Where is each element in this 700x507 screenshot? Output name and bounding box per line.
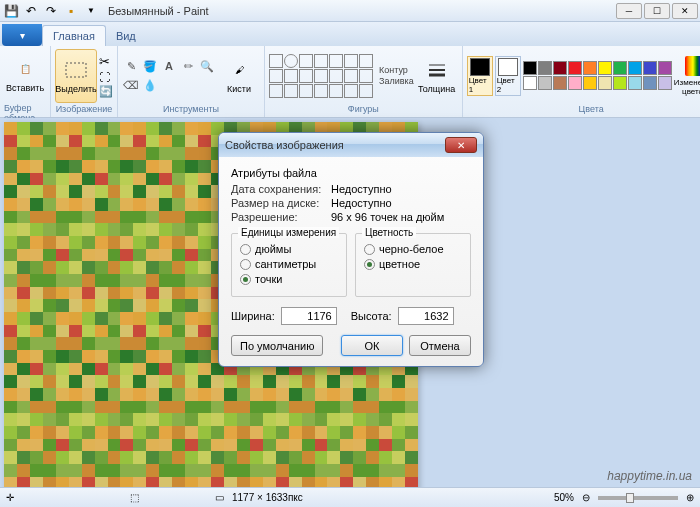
radio-color[interactable]: цветное	[364, 258, 462, 270]
swatch[interactable]	[598, 76, 612, 90]
status-bar: ✛ ⬚ ▭ 1177 × 1633пкс 50% ⊖ ⊕	[0, 487, 700, 507]
saved-value: Недоступно	[331, 183, 392, 195]
qat-dropdown-icon[interactable]: ▼	[82, 2, 100, 20]
panel-label: Изображение	[56, 103, 113, 115]
brushes-button[interactable]: 🖌Кисти	[218, 49, 260, 103]
resolution-value: 96 x 96 точек на дюйм	[331, 211, 444, 223]
paste-icon: 📋	[13, 57, 37, 81]
swatch[interactable]	[568, 61, 582, 75]
select-icon	[64, 58, 88, 82]
minimize-button[interactable]: ─	[616, 3, 642, 19]
shapes-gallery[interactable]	[269, 54, 373, 98]
file-attributes-header: Атрибуты файла	[231, 167, 471, 179]
brush-icon: 🖌	[227, 58, 251, 82]
redo-icon[interactable]: ↷	[42, 2, 60, 20]
qat-icon[interactable]: ▪	[62, 2, 80, 20]
height-label: Высота:	[351, 310, 392, 322]
panel-colors: Цвет 1 Цвет 2 Изменение цветов Цвета	[463, 46, 700, 117]
swatch[interactable]	[658, 76, 672, 90]
thickness-icon	[425, 58, 449, 82]
radio-inches[interactable]: дюймы	[240, 243, 338, 255]
zoom-in-button[interactable]: ⊕	[686, 492, 694, 503]
zoom-out-button[interactable]: ⊖	[582, 492, 590, 503]
color-legend: Цветность	[362, 227, 416, 238]
swatch[interactable]	[538, 76, 552, 90]
swatch[interactable]	[628, 61, 642, 75]
image-properties-dialog: Свойства изображения ✕ Атрибуты файла Да…	[218, 132, 484, 367]
dialog-close-button[interactable]: ✕	[445, 137, 477, 153]
swatch[interactable]	[583, 76, 597, 90]
tools-grid[interactable]: ✎🪣A✏🔍⌫💧	[122, 57, 216, 94]
swatch[interactable]	[628, 76, 642, 90]
radio-cm[interactable]: сантиметры	[240, 258, 338, 270]
fill-option[interactable]: Заливка	[379, 76, 414, 86]
color-palette[interactable]	[523, 61, 672, 90]
swatch[interactable]	[553, 76, 567, 90]
width-input[interactable]	[281, 307, 337, 325]
height-input[interactable]	[398, 307, 454, 325]
disk-label: Размер на диске:	[231, 197, 331, 209]
dialog-title-bar[interactable]: Свойства изображения ✕	[219, 133, 483, 157]
panel-label: Инструменты	[163, 103, 219, 115]
width-label: Ширина:	[231, 310, 275, 322]
saved-label: Дата сохранения:	[231, 183, 331, 195]
panel-shapes: Контур Заливка Толщина Фигуры	[265, 46, 463, 117]
watermark: happytime.in.ua	[607, 469, 692, 483]
color1-button[interactable]: Цвет 1	[467, 56, 493, 96]
units-fieldset: Единицы измерения дюймы сантиметры точки	[231, 233, 347, 297]
outline-option[interactable]: Контур	[379, 65, 414, 75]
swatch[interactable]	[523, 61, 537, 75]
thickness-button[interactable]: Толщина	[416, 49, 458, 103]
quick-access-toolbar: 💾 ↶ ↷ ▪ ▼	[2, 2, 100, 20]
swatch[interactable]	[613, 61, 627, 75]
swatch[interactable]	[643, 61, 657, 75]
cancel-button[interactable]: Отмена	[409, 335, 471, 356]
tab-home[interactable]: Главная	[42, 25, 106, 46]
swatch[interactable]	[538, 61, 552, 75]
window-title: Безымянный - Paint	[108, 5, 614, 17]
select-button[interactable]: Выделить	[55, 49, 97, 103]
dims-icon: ▭	[215, 492, 224, 503]
default-button[interactable]: По умолчанию	[231, 335, 323, 356]
swatch[interactable]	[598, 61, 612, 75]
radio-pixels[interactable]: точки	[240, 273, 338, 285]
tab-view[interactable]: Вид	[106, 26, 146, 46]
swatch[interactable]	[643, 76, 657, 90]
panel-label: Цвета	[579, 103, 604, 115]
panel-clipboard: 📋Вставить Буфер обмена	[0, 46, 51, 117]
resolution-label: Разрешение:	[231, 211, 331, 223]
zoom-value: 50%	[554, 492, 574, 503]
swatch[interactable]	[523, 76, 537, 90]
close-button[interactable]: ✕	[672, 3, 698, 19]
undo-icon[interactable]: ↶	[22, 2, 40, 20]
units-legend: Единицы измерения	[238, 227, 339, 238]
rotate-icon[interactable]: 🔄	[99, 85, 113, 98]
panel-image: Выделить ✂ ⛶ 🔄 Изображение	[51, 46, 118, 117]
dialog-title: Свойства изображения	[225, 139, 344, 151]
ok-button[interactable]: ОК	[341, 335, 403, 356]
swatch[interactable]	[583, 61, 597, 75]
swatch[interactable]	[568, 76, 582, 90]
svg-rect-0	[66, 63, 86, 77]
radio-bw[interactable]: черно-белое	[364, 243, 462, 255]
save-icon[interactable]: 💾	[2, 2, 20, 20]
title-bar: 💾 ↶ ↷ ▪ ▼ Безымянный - Paint ─ ☐ ✕	[0, 0, 700, 22]
swatch[interactable]	[613, 76, 627, 90]
panel-tools: ✎🪣A✏🔍⌫💧 🖌Кисти Инструменты	[118, 46, 265, 117]
maximize-button[interactable]: ☐	[644, 3, 670, 19]
selection-icon: ⬚	[130, 492, 139, 503]
zoom-slider[interactable]	[598, 496, 678, 500]
canvas-dims: 1177 × 1633пкс	[232, 492, 303, 503]
swatch[interactable]	[658, 61, 672, 75]
edit-colors-button[interactable]: Изменение цветов	[674, 49, 700, 103]
color-fieldset: Цветность черно-белое цветное	[355, 233, 471, 297]
paste-button[interactable]: 📋Вставить	[4, 48, 46, 102]
disk-value: Недоступно	[331, 197, 392, 209]
crop-icon[interactable]: ✂	[99, 54, 113, 69]
file-button[interactable]: ▾	[2, 24, 42, 46]
color2-button[interactable]: Цвет 2	[495, 56, 521, 96]
swatch[interactable]	[553, 61, 567, 75]
ribbon-tabs: ▾ Главная Вид	[0, 22, 700, 46]
resize-icon[interactable]: ⛶	[99, 71, 113, 83]
cursor-icon: ✛	[6, 492, 14, 503]
